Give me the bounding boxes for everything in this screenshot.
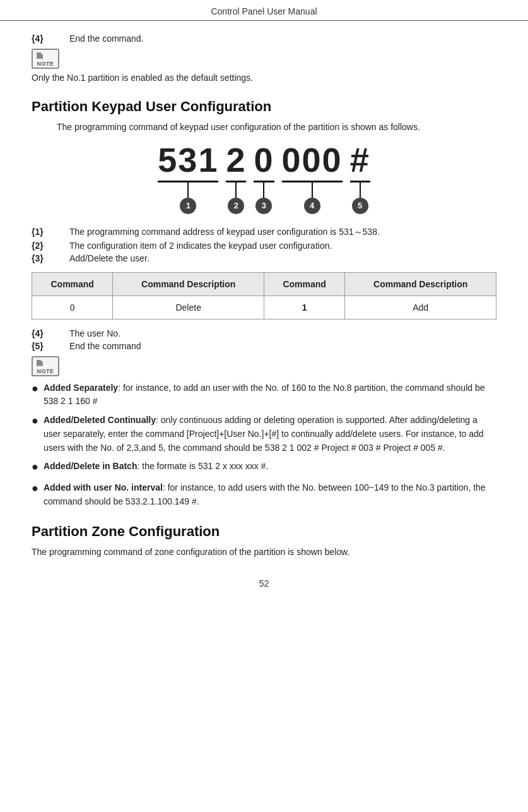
circle3: 3 [255,198,272,214]
cmd-000: 000 [282,141,343,182]
line5 [360,182,361,198]
bullet-dot-1: ● [32,380,38,398]
table-header-cmd2: Command [264,272,344,296]
bullet-bold-2: Added/Deleted Continually [44,415,156,425]
item1-desc: The programming command address of keypa… [69,227,496,238]
cmd-hash: # [350,141,370,182]
item1-label: {1} [32,227,69,238]
item1-block: {1} The programming command address of k… [32,227,496,238]
bullet-dot-4: ● [32,480,38,498]
note-icon-top: NOTE [32,49,59,69]
bullet-text-2: Added/Deleted Continually: only continuo… [44,414,496,455]
table-header-desc1: Command Description [113,272,264,296]
table-header-cmd1: Command [32,272,113,296]
circle1: 1 [180,198,196,214]
item4-label: {4} [32,33,69,44]
item4-after-block: {4} The user No. [32,328,496,338]
note-icon-label: NOTE [37,61,54,67]
bullet-bold-3: Added/Delete in Batch [44,461,138,471]
bullet-dot-3: ● [32,458,38,476]
table-cell-desc1: Delete [113,296,264,319]
item3-desc: Add/Delete the user. [69,253,496,263]
circle4: 4 [304,198,320,214]
line4 [312,182,313,198]
table-cell-cmd2: 1 [264,296,344,319]
item5-after-desc: End the command [69,341,496,351]
note-icon-mid-label: NOTE [37,368,54,374]
bullet-text-1: Added Separately: for instance, to add a… [44,381,496,409]
cmd-531: 531 [158,141,218,182]
bullet-list: ● Added Separately: for instance, to add… [32,381,496,509]
item4-block: {4} End the command. [32,33,496,44]
bullet-text-4: Added with user No. interval: for instan… [44,481,496,508]
table-cell-cmd1: 0 [32,296,113,319]
note-box-mid: NOTE [32,356,496,376]
item3-block: {3} Add/Delete the user. [32,253,496,263]
line2 [235,182,237,198]
circle2: 2 [228,198,244,214]
bullet-text-3: Added/Delete in Batch: the formate is 53… [44,460,496,474]
table-header-desc2: Command Description [345,272,496,296]
note-content-top: Only the No.1 partition is enabled as th… [32,71,496,85]
page-number: 52 [32,578,496,588]
item5-after-label: {5} [32,341,69,351]
line3 [263,182,264,198]
bullet-bold-4: Added with user No. interval [44,482,163,493]
item2-block: {2} The configuration item of 2 indicate… [32,241,496,251]
circle5: 5 [352,198,368,214]
table-row: 0 Delete 1 Add [32,296,496,319]
item2-desc: The configuration item of 2 indicates th… [69,241,496,251]
item4-after-label: {4} [32,328,69,338]
command-diagram: 531 1 2 2 0 3 000 [32,141,496,213]
note-icon-mid: NOTE [32,356,59,376]
item4-desc: End the command. [69,33,496,44]
bullet-rest-3: : the formate is 531 2 x xxx xxx #. [137,461,268,471]
bullet-item-4: ● Added with user No. interval: for inst… [32,481,496,508]
page-header: Control Panel User Manual [0,0,528,21]
bullet-dot-2: ● [32,412,38,430]
bullet-item-2: ● Added/Deleted Continually: only contin… [32,414,496,455]
line1 [187,182,189,198]
section1-title: Partition Keypad User Configuration [32,99,496,115]
section1-intro: The programming command of keypad user c… [32,120,496,134]
note-box-top: NOTE [32,49,496,69]
table-cell-desc2: Add [345,296,496,319]
cmd-2: 2 [226,141,246,182]
command-table: Command Command Description Command Comm… [32,272,496,319]
item2-label: {2} [32,241,69,251]
bullet-bold-1: Added Separately [44,383,118,393]
item5-after-block: {5} End the command [32,341,496,351]
header-title: Control Panel User Manual [211,6,317,16]
section2-intro: The programming command of zone configur… [32,545,496,559]
item4-after-desc: The user No. [69,328,496,338]
item3-label: {3} [32,253,69,263]
bullet-item-3: ● Added/Delete in Batch: the formate is … [32,460,496,476]
cmd-0: 0 [254,141,274,182]
bullet-item-1: ● Added Separately: for instance, to add… [32,381,496,409]
section2-title: Partition Zone Configuration [32,523,496,540]
